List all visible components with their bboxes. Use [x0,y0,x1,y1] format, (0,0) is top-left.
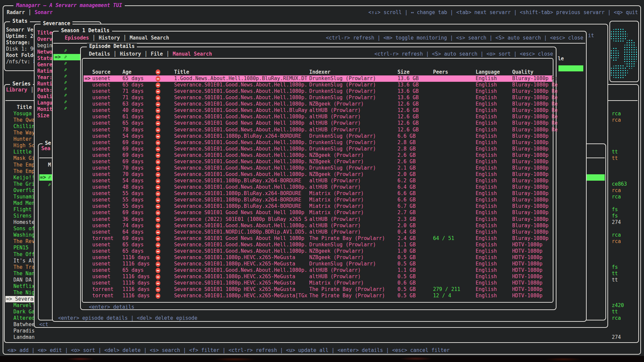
library-row[interactable]: The Qwa [13,117,35,123]
cell-quality: Bluray-1080p Re [512,75,557,82]
result-row[interactable]: usenet69 daysSeverance.S01E01.Good.News.… [84,139,552,146]
cell-language: English [476,82,497,88]
library-row[interactable]: Hunter [13,136,32,142]
cell-age: 1116 days [122,274,150,280]
result-row[interactable]: usenet55 daysSeverance.S01E01.1080p.BluR… [84,190,552,197]
result-row[interactable]: usenet65 daysSeverance.S01E01.Good.News.… [84,242,552,248]
result-row[interactable]: usenet36 daysSeverance (2022) S01E01 (10… [84,216,552,223]
cell-rejected [156,242,160,248]
cell-age: 1116 days [122,261,150,267]
result-row[interactable]: usenet69 daysSeverance.S01E01.Good.News.… [84,152,552,159]
library-row[interactable]: Mad Men [13,200,35,206]
result-row[interactable]: usenet55 daysSeverance.S01E01.1080p.BluR… [84,203,552,209]
tab-library[interactable]: Library [6,87,27,93]
result-row[interactable]: usenet54 daysSeverance.S01E01.1080p.BluR… [84,133,552,139]
cell-title: Severance.S01E01.NORDiC.1080p.BDRip.AV1.… [174,229,307,235]
cell-indexer: Miatrix (Prowlarr) [309,190,364,197]
library-row[interactable]: Chillin [13,123,35,130]
col-header-source: Source [92,69,110,75]
library-row[interactable]: Landman [13,334,35,341]
library-row[interactable]: Overflo [13,187,35,194]
library-row[interactable]: Flight [13,206,32,213]
cell-source: usenet [92,146,110,152]
episodes-selected-row[interactable]: => ✎ [53,54,81,60]
result-row[interactable]: torrent1116 daysSeverance S01E01 1080p H… [84,286,552,293]
result-row[interactable]: usenet64 daysSeverance.S01E01.NORDiC.108… [84,229,552,235]
result-row[interactable]: usenet71 daysSeverance.S01E01.Good.News.… [84,88,552,95]
library-row[interactable]: The Nig [13,290,35,296]
library-row[interactable]: Washing [13,232,35,238]
result-row[interactable]: usenet48 daysSeverance.S01E01.Good.News.… [84,184,552,190]
cell-language: English [476,209,497,216]
result-row[interactable]: usenet65 daysSeverance.S01E01.Good.News.… [84,248,552,254]
tab-sonarr[interactable]: Sonarr [35,9,53,15]
library-row[interactable]: Yosuga [13,111,32,117]
library-row[interactable]: Mask Gi [13,155,35,162]
library-row[interactable]: The Emp [13,168,35,175]
result-row[interactable]: usenet69 daysSeverance.S01E01.Good.News.… [84,159,552,165]
library-row[interactable]: DAN DA [13,277,32,283]
result-row[interactable]: usenet55 daysSeverance.S01E01.1080p.BluR… [84,197,552,203]
reject-icon [156,82,160,88]
cell-language: English [476,274,497,280]
result-row[interactable]: usenet78 daysSeverance.S01E01.Good.News.… [84,127,552,133]
tab-season-history[interactable]: History [99,35,120,41]
result-row[interactable]: usenet61 daysSeverance.S01E01.Good.News.… [84,114,552,120]
result-row[interactable]: usenet54 daysSeverance.S01E01.1080p.BluR… [84,178,552,184]
library-row[interactable]: Tsunami [13,194,35,200]
library-row[interactable]: Marvel' [13,302,35,309]
result-row[interactable]: usenet1116 daysSeverance.S01E01.1080p.HE… [84,274,552,280]
episode-progress-gauge [558,65,583,71]
library-row[interactable]: The Emp [13,162,35,168]
cell-size: 6.6 GB [397,197,416,203]
result-row[interactable]: usenet74 daysSeverance.S01E01.Good.News.… [84,223,552,229]
cell-indexer: Miatrix (Prowlarr) [309,203,364,209]
library-row[interactable]: Dark Ga [13,309,35,315]
cell-language: English [476,95,497,101]
library-row[interactable]: The Tra [13,264,35,270]
tab-season-manual-search[interactable]: Manual Search [130,35,169,41]
tab-radarr[interactable]: Radarr [7,9,25,15]
library-row[interactable]: Little [13,149,32,155]
library-row[interactable]: PEN15 [13,245,29,251]
library-row[interactable]: Keijo!! [13,175,35,181]
tab-manual-search[interactable]: Manual Search [173,51,212,57]
result-row[interactable]: usenet1116 daysSeverance.S01E01.1080p.HE… [84,254,552,261]
tab-episode-history[interactable]: History [120,51,141,57]
tab-file[interactable]: File [151,51,163,57]
result-row[interactable]: usenet71 daysSeverance.S01E01.Good.News.… [84,95,552,101]
cell-age: 36 days [122,216,144,223]
result-row[interactable]: usenet70 daysSeverance.S01E01.Good.News.… [84,171,552,178]
library-row[interactable]: Netflix [13,283,35,290]
result-row[interactable]: torrent69 daysSeverance S01E01 Good News… [84,235,552,242]
result-row[interactable]: usenet70 daysSeverance.S01E01.Good.News.… [84,165,552,171]
cell-title: Severance.S01E01.Good.News.About.Hell.Bl… [174,107,307,114]
tab-details[interactable]: Details [89,51,110,57]
tab-episodes[interactable]: Episodes [65,35,89,41]
result-row[interactable]: usenet69 daysSeverance.S01E01.Good.News.… [84,146,552,152]
result-row[interactable]: usenet65 daysSeverance.S01E01.Good.News.… [84,82,552,88]
library-row[interactable]: Homeste [13,219,35,226]
library-row[interactable]: The Nan [13,270,35,277]
library-row[interactable]: It's Al [13,258,35,264]
library-row[interactable]: Paradis [13,328,35,334]
library-row[interactable]: The Gri [13,181,35,187]
result-row[interactable]: usenet1116 daysSeverance.S01E01.1080p.HE… [84,261,552,267]
result-row[interactable]: torrent1116 daysSeverance.S01E01.1080p.H… [84,293,552,299]
result-row[interactable]: usenet63 daysSeverance.S01E01.Good.News.… [84,101,552,107]
cell-size: 6.4 GB [397,184,416,190]
result-row[interactable]: usenet69 daysSeverance S01E01 Good News … [84,209,552,216]
library-row[interactable]: The Way [13,130,35,136]
result-row[interactable]: usenet40 daysSeverance.S01E01.Good.News.… [84,107,552,114]
result-row-selected[interactable]: =>usenet65 days1.Good.News.About.Hell.10… [84,75,552,82]
library-row[interactable]: Batwhee [13,321,35,328]
library-row[interactable]: The Rev [13,238,35,245]
result-row[interactable]: usenet65 daysSeverance.S01E01 Good News … [84,120,552,126]
result-row[interactable]: usenet1116 daysSeverance.S01E01.1080p.HE… [84,280,552,286]
library-row[interactable]: High Sc [13,142,35,149]
library-row[interactable]: The Off [13,251,35,258]
result-row[interactable]: usenet65 daysSeverance.S01E01.Good.News.… [84,267,552,274]
library-row[interactable]: Altered [13,315,35,321]
library-row[interactable]: Sons of [13,226,35,232]
library-row[interactable]: Sirens [13,213,32,219]
